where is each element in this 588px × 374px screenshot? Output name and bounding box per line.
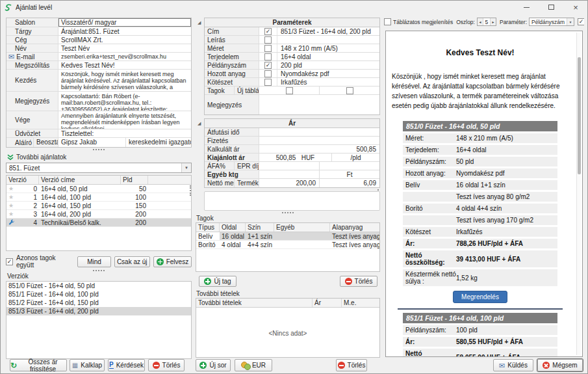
version-item-0[interactable]: 851/0 Füzet - 16+4 old, 50 pld — [6, 282, 191, 290]
megszolitas-field[interactable]: Kedves Teszt Név! — [58, 61, 191, 69]
offer-row-4-selected[interactable]: 4 Technikai/Belső kalk. 200 — [6, 219, 191, 227]
col-me[interactable]: M.e. — [342, 299, 379, 307]
stepper-right-icon[interactable]: ► — [490, 18, 496, 25]
dictionary-checkbox[interactable]: ✓ — [578, 18, 584, 25]
price-comment-box[interactable] — [204, 191, 380, 211]
offer-row-1[interactable]: ★1 16+4 old, 100 pld 100 — [6, 193, 191, 202]
member-row-beliv[interactable]: Belív 16 oldal 1+1 szín Teszt íves anyag… — [196, 232, 379, 241]
tagok-checkbox-1[interactable] — [286, 87, 293, 94]
egyeb-value[interactable] — [259, 170, 320, 178]
beosztas-field[interactable]: kereskedelmi igazgató — [126, 138, 191, 147]
epr-value[interactable] — [320, 162, 379, 170]
star-icon[interactable]: ★ — [8, 186, 14, 192]
col-alapanyag[interactable]: Alapanyag — [330, 223, 379, 232]
chevron-down-icon[interactable]: ▼ — [181, 163, 191, 172]
kiajanlott-value[interactable]: 500,85 HUF — [259, 154, 332, 161]
kuldes-button[interactable]: ✉Küldés — [493, 359, 533, 371]
col-verzio[interactable]: Verzió — [6, 176, 39, 184]
meret-checkbox[interactable] — [264, 45, 272, 52]
stepper-value[interactable]: 5 — [483, 19, 490, 25]
kiajanlott-unit[interactable]: /pld — [332, 154, 379, 161]
eur-button[interactable]: EUR — [235, 359, 272, 371]
preview-scrollbar[interactable] — [576, 33, 581, 355]
afa-value[interactable] — [259, 162, 320, 170]
csak-az-uj-button[interactable]: Csak az új — [114, 256, 150, 267]
alairo-name-field[interactable]: Gipsz Jakab — [58, 138, 126, 147]
col-tipus[interactable]: Típus — [196, 223, 220, 232]
kg-value[interactable]: 6,09 — [320, 179, 379, 187]
tabular-view-checkbox[interactable] — [384, 18, 391, 25]
splitter-handle-horizontal[interactable] — [282, 212, 294, 213]
col-tovabbi-tetelek[interactable]: További tételek — [196, 299, 313, 307]
uj-tag-button[interactable]: Új tag — [199, 276, 236, 287]
star-icon[interactable]: ★ — [8, 194, 14, 200]
meret-value[interactable]: 148 x 210 mm (A/5) — [277, 44, 379, 52]
kezdes-field[interactable]: Köszönjük, hogy ismét minket keresett me… — [58, 70, 191, 91]
same-members-checkbox[interactable]: ✓ — [6, 258, 13, 265]
torles-left-button[interactable]: Törlés — [148, 359, 185, 371]
minimize-button[interactable] — [518, 3, 534, 12]
kalklap-button[interactable]: ▦Kalklap — [70, 359, 105, 371]
hozott-anyag-value[interactable]: Nyomdakész pdf — [277, 70, 379, 77]
nev-field[interactable]: Teszt Név — [58, 44, 191, 52]
chevron-down-icon[interactable]: ▼ — [567, 18, 574, 25]
atfutasi-value[interactable] — [259, 128, 379, 136]
offer-row-0[interactable]: ★0 16+4 old, 50 pld 50 — [6, 185, 191, 193]
megsem-button[interactable]: Mégsem — [537, 359, 583, 371]
udvozlet-field[interactable]: Tisztelettel: — [58, 129, 191, 137]
col-szin[interactable]: Szín — [246, 223, 274, 232]
maximize-button[interactable] — [543, 3, 559, 12]
megrendeles-button[interactable]: Megrendelés — [453, 291, 507, 303]
kalkulalt-value[interactable]: 500,85 — [259, 145, 379, 153]
peldanyszam-value[interactable]: 200 pld — [277, 61, 379, 69]
cim-checkbox[interactable]: ✓ — [264, 28, 272, 35]
hozott-anyag-checkbox[interactable] — [264, 70, 272, 77]
uj-sor-button[interactable]: Új sor — [196, 359, 231, 371]
kerdesek-button[interactable]: PKérdések — [108, 359, 145, 371]
targy-field[interactable]: Árajánlat:851. Füzet — [58, 27, 191, 35]
terjedelem-checkbox[interactable] — [264, 53, 272, 60]
splitter-handle-vertical[interactable] — [190, 185, 191, 196]
more-offers-header[interactable]: További ajánlatok — [7, 154, 192, 161]
cim-value[interactable]: 851/3 Füzet - 16+4 old, 200 pld — [277, 27, 379, 35]
members-torles-button[interactable]: Törlés — [340, 276, 377, 287]
torles-mid-button[interactable]: Törlés — [336, 359, 367, 371]
collapse-icon[interactable]: ◢ — [198, 20, 201, 25]
peldanyszam-checkbox[interactable]: ✓ — [264, 62, 272, 69]
member-row-borito[interactable]: Borító 4 oldal 4+4 szín Teszt íves anyag… — [196, 241, 379, 249]
grid-megjegyzes-value[interactable] — [259, 95, 379, 114]
star-icon[interactable]: ★ — [8, 203, 14, 209]
terjedelem-value[interactable]: 16+4 oldal — [277, 53, 379, 60]
sablon-field[interactable]: Visszatérő/ magyar — [58, 18, 191, 27]
felvesz-button[interactable]: Felvesz — [153, 256, 192, 267]
stepper-left-icon[interactable]: ◄ — [478, 18, 483, 25]
megjegyzes-field[interactable]: Kapcsolattartó: Bán Róbert (e-mail:ban.r… — [58, 92, 191, 111]
version-item-2[interactable]: 851/2 Füzet - 16+4 old, 150 pld — [6, 299, 191, 307]
ceg-field[interactable]: ScrollMAX Zrt. — [58, 36, 191, 44]
refresh-all-prices-button[interactable]: ↻Összes ár frissítése — [10, 359, 67, 371]
col-oldal[interactable]: Oldal — [220, 223, 246, 232]
offer-row-3[interactable]: ★3 16+4 old, 200 pld 200 — [6, 210, 191, 219]
koteszet-checkbox[interactable] — [264, 79, 272, 86]
col-verzio-cime[interactable]: Verzió címe — [39, 176, 121, 184]
leiras-value[interactable] — [277, 36, 379, 44]
netto-value[interactable]: 200,00 — [259, 179, 320, 187]
offer-group-combobox[interactable]: 851. Füzet ▼ — [6, 163, 192, 173]
mind-button[interactable]: Mind — [77, 256, 110, 267]
col-pld[interactable]: Pld — [121, 176, 148, 184]
version-item-3-selected[interactable]: 851/3 Füzet - 16+4 old, 200 pld — [6, 307, 191, 315]
star-icon[interactable]: ★ — [8, 211, 14, 217]
splitter-handle-horizontal[interactable] — [93, 149, 105, 150]
offer-row-2[interactable]: ★2 16+4 old, 150 pld 150 — [6, 202, 191, 210]
col-egyeb[interactable]: Egyéb — [274, 223, 330, 232]
splitter-handle-horizontal[interactable] — [93, 270, 105, 271]
email-field[interactable]: zsemberi.erika+teszt_nev@scrollmax.hu — [58, 53, 191, 60]
leiras-checkbox[interactable] — [264, 36, 272, 44]
parameter-combobox[interactable]: Példányszám ▼ — [529, 18, 574, 26]
fizetes-value[interactable] — [259, 137, 379, 144]
koteszet-value[interactable]: Irkafűzés — [277, 78, 379, 86]
col-ar[interactable]: Ár — [313, 299, 342, 307]
collapse-icon[interactable]: ◢ — [198, 121, 201, 126]
vege-field[interactable]: Amennyiben árajánlatunk elnyerte tetszés… — [58, 111, 191, 129]
scrollbar-thumb[interactable] — [578, 57, 581, 174]
